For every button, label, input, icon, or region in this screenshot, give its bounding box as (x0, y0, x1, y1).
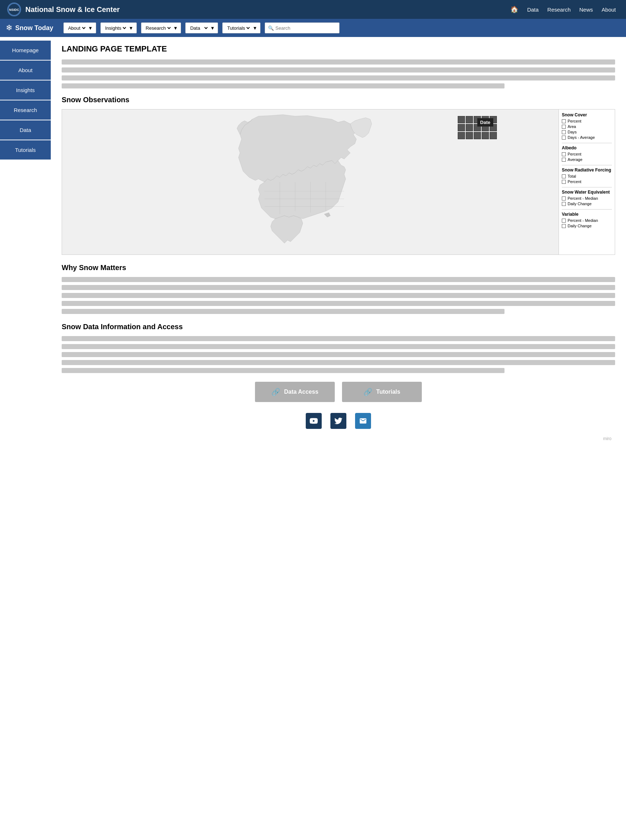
main-layout: Homepage About Insights Research Data Tu… (0, 37, 626, 840)
tutorials-dropdown[interactable]: Tutorials ▼ (222, 22, 260, 33)
legend-item-var-median[interactable]: Percent - Median (562, 218, 612, 223)
checkbox-percent[interactable] (562, 119, 566, 123)
placeholder-line (62, 293, 615, 298)
date-cell (490, 132, 497, 139)
search-box[interactable]: 🔍 (265, 22, 340, 33)
legend-item-albedo-percent[interactable]: Percent (562, 152, 612, 156)
research-dropdown[interactable]: Research ▼ (141, 22, 182, 33)
top-nav-news[interactable]: News (576, 5, 596, 14)
home-icon[interactable]: 🏠 (507, 4, 521, 15)
about-chevron-icon: ▼ (88, 25, 93, 31)
legend-item-area[interactable]: Area (562, 124, 612, 129)
checkbox-area[interactable] (562, 125, 566, 129)
map-area: Date (62, 109, 559, 254)
checkbox-swe-change[interactable] (562, 202, 566, 206)
legend-item-srf-percent[interactable]: Percent (562, 180, 612, 184)
why-snow-title: Why Snow Matters (62, 264, 615, 272)
nsidc-logo: NSIDC (7, 3, 21, 16)
email-icon[interactable] (355, 413, 371, 429)
snow-today-title: Snow Today (15, 24, 53, 32)
placeholder-line (62, 360, 615, 365)
data-access-button[interactable]: 🔗 Data Access (255, 382, 335, 402)
snow-today-logo: ❄ Snow Today (6, 23, 53, 33)
placeholder-line (62, 75, 615, 81)
about-dropdown[interactable]: About ▼ (63, 22, 96, 33)
legend-albedo-title: Albedo (562, 145, 612, 150)
legend-item-percent[interactable]: Percent (562, 119, 612, 123)
tutorials-button[interactable]: 🔗 Tutorials (342, 382, 422, 402)
checkbox-var-change[interactable] (562, 224, 566, 228)
legend-variable-title: Variable (562, 212, 612, 217)
date-cell (466, 124, 473, 131)
checkbox-days[interactable] (562, 130, 566, 134)
legend-item-days[interactable]: Days (562, 130, 612, 134)
legend-item-swe-change[interactable]: Daily Change (562, 201, 612, 206)
checkbox-albedo-percent[interactable] (562, 152, 566, 156)
research-chevron-icon: ▼ (174, 25, 178, 31)
checkbox-albedo-avg[interactable] (562, 158, 566, 162)
placeholder-line (62, 285, 615, 290)
legend-label-srf-percent: Percent (568, 180, 581, 184)
insights-select[interactable]: Insights (104, 25, 127, 31)
search-icon: 🔍 (268, 25, 274, 31)
search-input[interactable] (275, 25, 336, 31)
checkbox-var-median[interactable] (562, 219, 566, 223)
legend-item-days-avg[interactable]: Days - Average (562, 135, 612, 140)
legend-label-srf-total: Total (568, 174, 576, 178)
tutorials-select[interactable]: Tutorials (225, 25, 251, 31)
sidebar-item-homepage[interactable]: Homepage (0, 41, 51, 60)
checkbox-days-avg[interactable] (562, 136, 566, 140)
checkbox-swe-median[interactable] (562, 197, 566, 200)
date-cell (458, 116, 465, 123)
checkbox-srf-percent[interactable] (562, 180, 566, 184)
youtube-icon[interactable] (306, 413, 322, 429)
intro-placeholder (62, 59, 615, 89)
legend-srf: Snow Radiative Forcing Total Percent (562, 167, 612, 187)
research-select[interactable]: Research (144, 25, 172, 31)
data-select[interactable]: Data (189, 25, 208, 31)
top-nav-about[interactable]: About (599, 5, 619, 14)
why-snow-section: Why Snow Matters (62, 264, 615, 314)
legend-item-var-change[interactable]: Daily Change (562, 224, 612, 228)
sidebar-item-about[interactable]: About (0, 61, 51, 80)
date-widget: Date (458, 114, 497, 139)
link-icon: 🔗 (363, 387, 372, 396)
snow-data-placeholder (62, 336, 615, 373)
placeholder-line (62, 301, 615, 306)
date-cell (466, 132, 473, 139)
placeholder-line (62, 277, 615, 282)
sidebar-item-insights[interactable]: Insights (0, 81, 51, 100)
placeholder-line (62, 344, 615, 349)
placeholder-line (62, 368, 504, 373)
top-nav-data[interactable]: Data (524, 5, 541, 14)
insights-chevron-icon: ▼ (129, 25, 133, 31)
about-select[interactable]: About (67, 25, 87, 31)
data-chevron-icon: ▼ (210, 25, 215, 31)
social-icons (62, 413, 615, 429)
second-navigation: ❄ Snow Today About ▼ Insights ▼ Research… (0, 19, 626, 37)
date-label: Date (477, 118, 493, 126)
top-nav-research[interactable]: Research (545, 5, 573, 14)
legend-swe: Snow Water Equivalent Percent - Median D… (562, 190, 612, 209)
sidebar-item-tutorials[interactable]: Tutorials (0, 140, 51, 159)
legend-albedo: Albedo Percent Average (562, 145, 612, 166)
legend-item-albedo-avg[interactable]: Average (562, 157, 612, 162)
legend-variable: Variable Percent - Median Daily Change (562, 212, 612, 231)
legend-label-swe-change: Daily Change (568, 201, 592, 206)
tutorials-chevron-icon: ▼ (252, 25, 257, 31)
data-dropdown[interactable]: Data ▼ (185, 22, 218, 33)
legend-label-percent: Percent (568, 119, 581, 123)
placeholder-line (62, 352, 615, 357)
legend-swe-title: Snow Water Equivalent (562, 190, 612, 195)
map-legend: Snow Cover Percent Area Days (559, 109, 615, 254)
legend-item-swe-median[interactable]: Percent - Median (562, 196, 612, 200)
checkbox-srf-total[interactable] (562, 174, 566, 178)
insights-dropdown[interactable]: Insights ▼ (100, 22, 137, 33)
sidebar-item-research[interactable]: Research (0, 100, 51, 120)
sidebar-item-data[interactable]: Data (0, 120, 51, 140)
tutorials-label: Tutorials (376, 389, 400, 395)
legend-snow-cover-title: Snow Cover (562, 112, 612, 117)
twitter-icon[interactable] (330, 413, 346, 429)
legend-item-srf-total[interactable]: Total (562, 174, 612, 178)
snow-observations-container: Date (62, 109, 615, 255)
